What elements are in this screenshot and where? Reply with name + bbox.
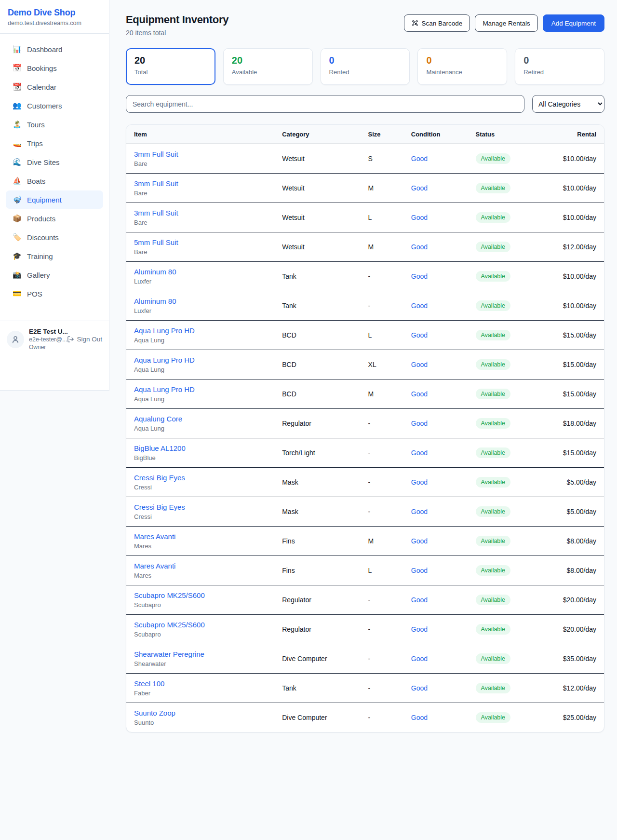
- condition-cell: Good: [403, 350, 468, 379]
- sidebar-item-dashboard[interactable]: 📊Dashboard: [6, 40, 103, 58]
- item-name-link[interactable]: Aluminum 80: [134, 268, 267, 276]
- item-name-link[interactable]: Cressi Big Eyes: [134, 503, 267, 511]
- sidebar-item-training[interactable]: 🎓Training: [6, 247, 103, 265]
- condition-link[interactable]: Good: [411, 155, 428, 163]
- tear-off-calendar-icon: 📆: [13, 82, 21, 91]
- condition-link[interactable]: Good: [411, 596, 428, 604]
- item-name-link[interactable]: Aqua Lung Pro HD: [134, 385, 267, 393]
- table-row: Scubapro MK25/S600ScubaproRegulator-Good…: [126, 585, 604, 615]
- user-role: Owner: [29, 344, 62, 351]
- status-cell: Available: [468, 497, 542, 527]
- item-name-link[interactable]: Cressi Big Eyes: [134, 474, 267, 482]
- condition-link[interactable]: Good: [411, 478, 428, 486]
- rental-price: $8.00/day: [567, 537, 597, 545]
- people-icon: 👥: [13, 101, 21, 110]
- category-select[interactable]: All Categories: [532, 95, 604, 113]
- size-cell: L: [361, 203, 403, 232]
- rental-cell: $10.00/day: [542, 144, 604, 174]
- item-brand: Aqua Lung: [134, 337, 267, 344]
- sidebar-item-pos[interactable]: 💳POS: [6, 285, 103, 303]
- item-name-link[interactable]: Aqua Lung Pro HD: [134, 326, 267, 335]
- sidebar-item-equipment[interactable]: 🤿Equipment: [6, 190, 103, 209]
- item-name-link[interactable]: Mares Avanti: [134, 562, 267, 570]
- condition-link[interactable]: Good: [411, 655, 428, 663]
- sidebar-item-tours[interactable]: 🏝️Tours: [6, 115, 103, 134]
- condition-link[interactable]: Good: [411, 243, 428, 251]
- brand-title[interactable]: Demo Dive Shop: [8, 8, 101, 18]
- item-brand: Aqua Lung: [134, 395, 267, 403]
- item-name-link[interactable]: Steel 100: [134, 679, 267, 688]
- stat-card-available[interactable]: 20Available: [223, 48, 313, 85]
- item-name-link[interactable]: 3mm Full Suit: [134, 179, 267, 188]
- brand-block: Demo Dive Shop demo.test.divestreams.com: [0, 0, 109, 34]
- sidebar-item-dive-sites[interactable]: 🌊Dive Sites: [6, 153, 103, 171]
- condition-link[interactable]: Good: [411, 420, 428, 427]
- size-cell: -: [361, 674, 403, 703]
- item-name-link[interactable]: Aluminum 80: [134, 297, 267, 305]
- condition-link[interactable]: Good: [411, 390, 428, 398]
- condition-link[interactable]: Good: [411, 567, 428, 574]
- item-brand: Luxfer: [134, 278, 267, 285]
- table-row: BigBlue AL1200BigBlueTorch/Light-GoodAva…: [126, 438, 604, 468]
- table-row: Aqua Lung Pro HDAqua LungBCDXLGoodAvaila…: [126, 350, 604, 379]
- condition-link[interactable]: Good: [411, 214, 428, 221]
- sidebar-item-boats[interactable]: ⛵Boats: [6, 172, 103, 190]
- scan-barcode-button[interactable]: Scan Barcode: [404, 14, 470, 32]
- condition-link[interactable]: Good: [411, 684, 428, 692]
- stat-card-maintenance[interactable]: 0Maintenance: [417, 48, 507, 85]
- sidebar-item-discounts[interactable]: 🏷️Discounts: [6, 228, 103, 246]
- size-cell: -: [361, 615, 403, 644]
- stat-card-retired[interactable]: 0Retired: [515, 48, 604, 85]
- sidebar-item-label: POS: [27, 290, 42, 298]
- sign-out-button[interactable]: Sign Out: [67, 336, 102, 343]
- condition-link[interactable]: Good: [411, 272, 428, 280]
- item-name-link[interactable]: Aqualung Core: [134, 415, 267, 423]
- manage-rentals-button[interactable]: Manage Rentals: [475, 14, 537, 32]
- sidebar-item-calendar[interactable]: 📆Calendar: [6, 78, 103, 96]
- condition-link[interactable]: Good: [411, 508, 428, 515]
- status-badge: Available: [476, 506, 511, 517]
- rental-price: $10.00/day: [563, 155, 596, 163]
- sidebar-item-bookings[interactable]: 📅Bookings: [6, 59, 103, 77]
- table-row: Steel 100FaberTank-GoodAvailable$12.00/d…: [126, 674, 604, 703]
- sidebar-item-gallery[interactable]: 📸Gallery: [6, 266, 103, 284]
- size-value: -: [368, 302, 371, 310]
- status-badge: Available: [476, 242, 511, 252]
- rental-cell: $25.00/day: [542, 703, 604, 732]
- item-name-link[interactable]: Shearwater Peregrine: [134, 650, 267, 658]
- rental-price: $20.00/day: [563, 625, 596, 633]
- sidebar-item-trips[interactable]: 🚤Trips: [6, 134, 103, 152]
- item-name-link[interactable]: 3mm Full Suit: [134, 209, 267, 217]
- sidebar-item-label: Trips: [27, 139, 43, 148]
- rental-price: $10.00/day: [563, 272, 596, 280]
- condition-link[interactable]: Good: [411, 331, 428, 339]
- status-cell: Available: [468, 468, 542, 497]
- search-input[interactable]: [126, 95, 524, 113]
- item-name-link[interactable]: Suunto Zoop: [134, 709, 267, 717]
- condition-link[interactable]: Good: [411, 714, 428, 721]
- condition-cell: Good: [403, 527, 468, 556]
- stat-card-total[interactable]: 20Total: [126, 48, 215, 85]
- stat-card-rented[interactable]: 0Rented: [321, 48, 410, 85]
- condition-link[interactable]: Good: [411, 449, 428, 457]
- condition-link[interactable]: Good: [411, 625, 428, 633]
- item-brand: Bare: [134, 160, 267, 167]
- condition-link[interactable]: Good: [411, 302, 428, 310]
- item-name-link[interactable]: Aqua Lung Pro HD: [134, 356, 267, 364]
- item-name-link[interactable]: 5mm Full Suit: [134, 238, 267, 246]
- status-cell: Available: [468, 350, 542, 379]
- item-name-link[interactable]: Mares Avanti: [134, 532, 267, 541]
- condition-link[interactable]: Good: [411, 361, 428, 368]
- manage-rentals-label: Manage Rentals: [483, 20, 530, 27]
- condition-link[interactable]: Good: [411, 184, 428, 192]
- item-name-link[interactable]: Scubapro MK25/S600: [134, 621, 267, 629]
- rental-price: $5.00/day: [567, 508, 597, 515]
- status-cell: Available: [468, 527, 542, 556]
- sidebar-item-customers[interactable]: 👥Customers: [6, 96, 103, 115]
- item-name-link[interactable]: 3mm Full Suit: [134, 150, 267, 158]
- add-equipment-button[interactable]: Add Equipment: [543, 14, 604, 32]
- item-name-link[interactable]: Scubapro MK25/S600: [134, 591, 267, 599]
- item-name-link[interactable]: BigBlue AL1200: [134, 444, 267, 452]
- condition-link[interactable]: Good: [411, 537, 428, 545]
- sidebar-item-products[interactable]: 📦Products: [6, 209, 103, 228]
